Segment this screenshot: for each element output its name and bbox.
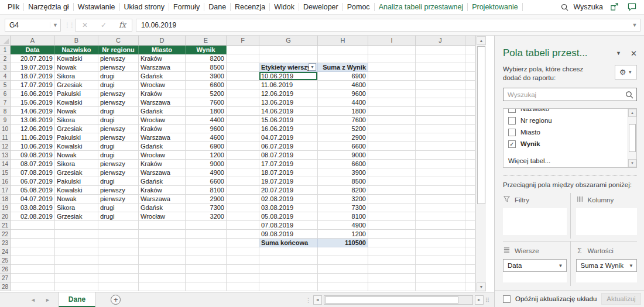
cell-J9[interactable] (416, 116, 465, 125)
cell-H19[interactable]: 7300 (318, 203, 368, 212)
cell-I14[interactable] (368, 160, 416, 168)
cell-F7[interactable] (227, 98, 259, 107)
cell-A12[interactable]: 10.06.2019 (11, 142, 55, 151)
splitter-handle[interactable]: ⋮ (306, 297, 311, 303)
cell-undefined8[interactable] (465, 107, 475, 116)
cell-E22[interactable] (186, 230, 227, 239)
cell-H13[interactable]: 9000 (318, 151, 368, 160)
cell-undefined15[interactable] (465, 168, 475, 177)
cell-J15[interactable] (416, 168, 465, 177)
col-header-D[interactable]: D (139, 36, 186, 46)
scroll-right-icon[interactable]: ► (475, 295, 484, 305)
cell-A11[interactable]: 11.06.2019 (11, 133, 55, 142)
cell-C24[interactable] (98, 247, 139, 256)
name-box[interactable]: G4 ▼ (5, 19, 61, 32)
cell-B18[interactable]: Nowak (55, 195, 98, 203)
cell-A17[interactable]: 05.08.2019 (11, 186, 55, 195)
cell-E16[interactable]: 6600 (186, 177, 227, 186)
cell-B19[interactable]: Sikora (55, 203, 98, 212)
cell-C3[interactable]: pierwszy (98, 63, 139, 72)
cell-I21[interactable] (368, 221, 416, 230)
row-header-27[interactable]: 27 (0, 274, 11, 282)
cell-H21[interactable]: 4900 (318, 221, 368, 230)
cell-C14[interactable]: pierwszy (98, 160, 139, 168)
cell-B1[interactable]: Nazwisko (55, 46, 98, 54)
cell-F27[interactable] (227, 274, 259, 282)
cell-J16[interactable] (416, 177, 465, 186)
cell-G16[interactable]: 19.07.2019 (259, 177, 318, 186)
cell-undefined20[interactable] (465, 212, 475, 221)
cell-G12[interactable]: 06.07.2019 (259, 142, 318, 151)
sheet-tab-dane[interactable]: Dane (59, 292, 95, 307)
cell-undefined12[interactable] (465, 142, 475, 151)
cell-J2[interactable] (416, 54, 465, 63)
cell-D19[interactable]: Gdańsk (139, 203, 186, 212)
cancel-button[interactable]: ✕ (76, 21, 94, 29)
row-header-14[interactable]: 14 (0, 160, 11, 168)
cell-B20[interactable]: Grzesiak (55, 212, 98, 221)
menu-tab-widok[interactable]: Widok (270, 3, 299, 11)
cell-D4[interactable]: Gdańsk (139, 72, 186, 81)
columns-dropzone[interactable] (576, 208, 638, 235)
cell-H24[interactable] (318, 247, 368, 256)
cell-E17[interactable]: 8100 (186, 186, 227, 195)
col-header-C[interactable]: C (98, 36, 139, 46)
cell-B8[interactable]: Nowak (55, 107, 98, 116)
cell-E13[interactable]: 1200 (186, 151, 227, 160)
cell-G5[interactable]: 11.06.2019 (259, 81, 318, 89)
cell-H8[interactable]: 1800 (318, 107, 368, 116)
cell-G25[interactable] (259, 256, 318, 265)
cell-E24[interactable] (186, 247, 227, 256)
checkbox[interactable] (508, 108, 516, 113)
col-header-F[interactable]: F (227, 36, 259, 46)
col-header-I[interactable]: I (368, 36, 416, 46)
cell-E14[interactable]: 9000 (186, 160, 227, 168)
cell-F19[interactable] (227, 203, 259, 212)
cell-A23[interactable] (11, 239, 55, 247)
cell-C28[interactable] (98, 282, 139, 291)
cell-D18[interactable]: Warszawa (139, 195, 186, 203)
cell-I24[interactable] (368, 247, 416, 256)
cell-A4[interactable]: 18.07.2019 (11, 72, 55, 81)
cell-F20[interactable] (227, 212, 259, 221)
cell-B21[interactable] (55, 221, 98, 230)
scroll-up-icon[interactable]: ▲ (477, 36, 486, 45)
comments-button[interactable] (623, 3, 640, 12)
cell-J14[interactable] (416, 160, 465, 168)
col-header-E[interactable]: E (186, 36, 227, 46)
row-header-8[interactable]: 8 (0, 107, 11, 116)
cell-I23[interactable] (368, 239, 416, 247)
cell-E20[interactable]: 3200 (186, 212, 227, 221)
rows-area[interactable]: Wiersze Data ▼ (503, 241, 570, 286)
cell-G4[interactable]: 10.06.2019 (259, 72, 318, 81)
cell-F14[interactable] (227, 160, 259, 168)
cell-H14[interactable]: 6600 (318, 160, 368, 168)
cell-E15[interactable]: 4900 (186, 168, 227, 177)
cell-A14[interactable]: 08.07.2019 (11, 160, 55, 168)
cell-C15[interactable]: pierwszy (98, 168, 139, 177)
cell-B9[interactable]: Sikora (55, 116, 98, 125)
formula-input[interactable]: 10.06.2019 ▼ (136, 19, 640, 32)
cell-H12[interactable]: 6600 (318, 142, 368, 151)
cell-B3[interactable]: Nowak (55, 63, 98, 72)
cell-D1[interactable]: Miasto (139, 46, 186, 54)
cell-F12[interactable] (227, 142, 259, 151)
row-header-5[interactable]: 5 (0, 81, 11, 89)
cell-B27[interactable] (55, 274, 98, 282)
cell-H5[interactable]: 4600 (318, 81, 368, 89)
update-button[interactable]: Aktualizuj (601, 293, 640, 305)
cell-A21[interactable] (11, 221, 55, 230)
cell-J28[interactable] (416, 282, 465, 291)
pane-options-icon[interactable]: ▼ (616, 50, 628, 56)
cell-F4[interactable] (227, 72, 259, 81)
cell-G27[interactable] (259, 274, 318, 282)
cell-F25[interactable] (227, 256, 259, 265)
cell-D22[interactable] (139, 230, 186, 239)
cell-F18[interactable] (227, 195, 259, 203)
cell-I20[interactable] (368, 212, 416, 221)
cell-B25[interactable] (55, 256, 98, 265)
cell-G28[interactable] (259, 282, 318, 291)
cell-undefined19[interactable] (465, 203, 475, 212)
cell-D3[interactable]: Warszawa (139, 63, 186, 72)
cell-B2[interactable]: Kowalski (55, 54, 98, 63)
